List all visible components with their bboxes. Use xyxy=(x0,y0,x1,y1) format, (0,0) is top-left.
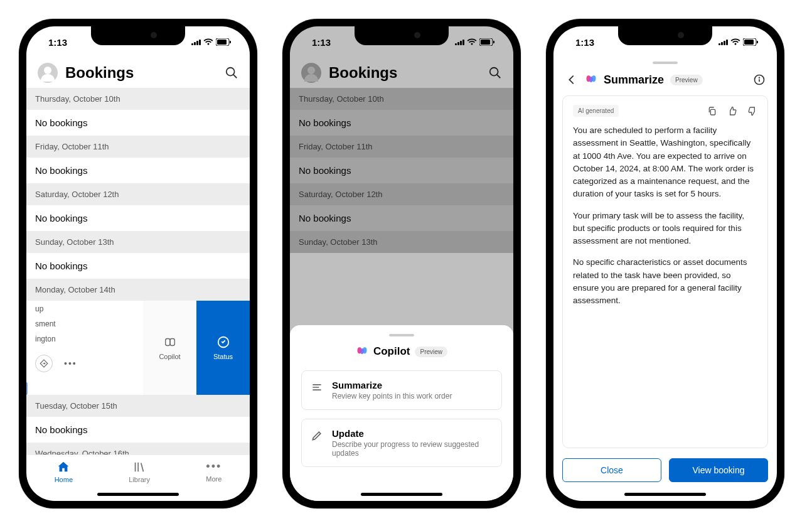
copilot-icon xyxy=(163,335,177,349)
booking-empty: No bookings xyxy=(26,253,250,279)
status-time: 1:13 xyxy=(575,37,594,48)
summary-paragraph: You are scheduled to perform a facility … xyxy=(573,124,757,201)
svg-point-21 xyxy=(759,77,760,78)
summarize-icon xyxy=(311,381,323,394)
svg-rect-17 xyxy=(744,40,754,45)
date-header: Monday, October 14th xyxy=(26,279,250,301)
option-summarize[interactable]: Summarize Review key points in this work… xyxy=(301,370,502,410)
tab-label: Home xyxy=(55,476,73,483)
wifi-icon xyxy=(203,38,213,46)
svg-rect-22 xyxy=(710,109,715,115)
sheet-grabber[interactable] xyxy=(653,62,678,64)
back-icon[interactable] xyxy=(565,73,579,87)
directions-button[interactable] xyxy=(35,355,53,372)
option-desc: Review key points in this work order xyxy=(332,392,452,400)
tab-home[interactable]: Home xyxy=(55,460,73,483)
phone-frame-2: 1:13 Bookings Thursday, October 10th No … xyxy=(282,19,521,508)
date-header: Friday, October 11th xyxy=(26,136,250,158)
screen-3: 1:13 Summarize Preview AI generated xyxy=(553,26,777,501)
pencil-icon xyxy=(311,429,323,442)
summary-paragraph: Your primary task will be to assess the … xyxy=(573,210,757,248)
date-header: Tuesday, October 15th xyxy=(26,395,250,417)
tab-label: Library xyxy=(129,476,150,483)
battery-icon xyxy=(743,38,758,46)
sheet-grabber[interactable] xyxy=(389,334,414,336)
home-indicator[interactable] xyxy=(97,493,179,496)
preview-badge: Preview xyxy=(415,347,447,357)
booking-fragment: sment xyxy=(35,320,134,328)
info-icon[interactable] xyxy=(753,73,766,86)
notch xyxy=(618,26,712,45)
bookings-list[interactable]: Thursday, October 10th No bookings Frida… xyxy=(26,88,250,454)
ai-generated-badge: AI generated xyxy=(573,105,619,117)
booking-fragment: ington xyxy=(35,335,134,343)
button-row: Close View booking xyxy=(562,458,768,488)
battery-icon xyxy=(216,38,231,46)
home-indicator[interactable] xyxy=(361,493,442,496)
thumbs-up-icon[interactable] xyxy=(727,106,737,116)
status-time: 1:13 xyxy=(48,37,67,48)
svg-rect-2 xyxy=(230,41,231,43)
reaction-icons xyxy=(707,106,757,116)
notch xyxy=(355,26,449,45)
svg-rect-6 xyxy=(170,339,174,346)
date-header: Thursday, October 10th xyxy=(26,88,250,110)
tab-more[interactable]: ••• More xyxy=(206,460,222,483)
search-icon[interactable] xyxy=(225,66,238,80)
phone-frame-1: 1:13 Bookings Thursday, October 10th No … xyxy=(19,19,257,508)
more-icon[interactable]: ••• xyxy=(64,358,77,368)
booking-empty: No bookings xyxy=(26,158,250,183)
swipe-action-copilot[interactable]: Copilot xyxy=(143,301,196,395)
summarize-header: Summarize Preview xyxy=(562,70,768,95)
thumbs-down-icon[interactable] xyxy=(747,106,757,116)
tab-label: More xyxy=(206,475,222,483)
booking-marker xyxy=(26,382,28,395)
page-header: Bookings xyxy=(26,58,250,88)
tab-library[interactable]: Library xyxy=(129,460,150,483)
more-icon: ••• xyxy=(206,460,222,473)
status-right xyxy=(191,38,231,46)
svg-rect-18 xyxy=(757,41,758,43)
copilot-logo-icon xyxy=(356,345,368,358)
option-title: Update xyxy=(332,428,493,439)
sheet-header: Copilot Preview xyxy=(301,345,502,358)
page-title: Bookings xyxy=(65,64,217,82)
svg-rect-1 xyxy=(217,40,227,45)
date-header: Saturday, October 12th xyxy=(26,183,250,205)
option-desc: Describe your progress to review suggest… xyxy=(332,440,493,458)
status-icon xyxy=(216,335,230,349)
screen-2: 1:13 Bookings Thursday, October 10th No … xyxy=(290,26,513,501)
preview-badge: Preview xyxy=(670,75,703,85)
library-icon xyxy=(132,460,146,474)
svg-point-3 xyxy=(227,68,235,76)
booking-partial-text: up sment ington ••• xyxy=(26,301,143,395)
swipe-action-status[interactable]: Status xyxy=(196,301,250,395)
copilot-logo-icon xyxy=(585,73,597,86)
summary-card: AI generated You are scheduled to perfor… xyxy=(562,95,768,448)
sheet-title: Copilot xyxy=(373,345,410,358)
cellular-icon xyxy=(719,39,728,45)
booking-swipe-row[interactable]: up sment ington ••• Copilot xyxy=(26,301,250,395)
status-right xyxy=(719,38,758,46)
view-booking-button[interactable]: View booking xyxy=(669,458,768,482)
booking-empty: No bookings xyxy=(26,205,250,231)
summarize-body: Summarize Preview AI generated You are s… xyxy=(553,58,777,501)
option-update[interactable]: Update Describe your progress to review … xyxy=(301,419,502,467)
home-indicator[interactable] xyxy=(624,493,706,496)
svg-rect-5 xyxy=(165,339,169,346)
summary-text: You are scheduled to perform a facility … xyxy=(573,124,757,307)
close-button[interactable]: Close xyxy=(562,458,661,482)
cellular-icon xyxy=(191,39,201,45)
screen-1: 1:13 Bookings Thursday, October 10th No … xyxy=(26,26,250,501)
swipe-action-label: Copilot xyxy=(159,353,180,360)
booking-empty: No bookings xyxy=(26,417,250,443)
summarize-title: Summarize xyxy=(604,73,664,87)
phone-frame-3: 1:13 Summarize Preview AI generated xyxy=(546,19,784,508)
notch xyxy=(91,26,185,45)
date-header: Sunday, October 13th xyxy=(26,231,250,253)
copy-icon[interactable] xyxy=(707,106,717,116)
summary-paragraph: No specific characteristics or asset doc… xyxy=(573,256,757,307)
booking-fragment: up xyxy=(35,304,134,313)
avatar[interactable] xyxy=(38,63,58,83)
date-header: Wednesday, October 16th xyxy=(26,443,250,454)
